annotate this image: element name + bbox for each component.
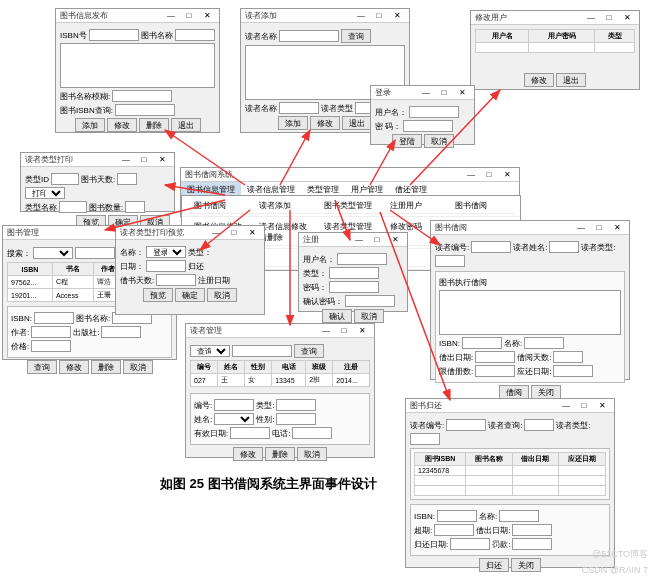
mod-button[interactable]: 修改 (107, 118, 137, 132)
max-button[interactable]: □ (601, 13, 617, 23)
search-button[interactable]: 查询 (294, 344, 324, 358)
search-select[interactable] (33, 247, 73, 259)
confirm-button[interactable]: 确认 (322, 309, 352, 323)
max-button[interactable]: □ (369, 235, 385, 245)
rname-input[interactable] (279, 30, 339, 42)
user-input[interactable] (337, 253, 387, 265)
id-input[interactable] (214, 399, 254, 411)
tname-input[interactable] (59, 201, 87, 213)
pub-input[interactable] (101, 326, 141, 338)
rt-input[interactable] (410, 433, 440, 445)
tel-input[interactable] (292, 427, 332, 439)
days-input[interactable] (553, 351, 583, 363)
fine-input[interactable] (512, 538, 552, 550)
search-button[interactable]: 查询 (341, 29, 371, 43)
close-button[interactable]: ✕ (619, 13, 635, 23)
min-button[interactable]: — (353, 11, 369, 21)
close-button[interactable]: 关闭 (511, 558, 541, 572)
exit-button[interactable]: 退出 (342, 116, 372, 130)
min-button[interactable]: — (583, 13, 599, 23)
close-button[interactable]: 关闭 (531, 385, 561, 399)
isbn-input[interactable] (34, 312, 74, 324)
sub-register[interactable]: 注册用户 (384, 198, 449, 214)
tid-input[interactable] (51, 173, 79, 185)
add-button[interactable]: 添加 (278, 116, 308, 130)
exit-button[interactable]: 退出 (171, 118, 201, 132)
days-input[interactable] (117, 173, 137, 185)
isbn-input[interactable] (437, 510, 477, 522)
min-button[interactable]: — (163, 11, 179, 21)
rtype-input[interactable] (435, 255, 465, 267)
close-button[interactable]: ✕ (354, 326, 370, 336)
close-button[interactable]: ✕ (389, 11, 405, 21)
date-input[interactable] (146, 260, 186, 272)
name-input[interactable] (175, 29, 215, 41)
max-button[interactable]: □ (576, 401, 592, 411)
max-button[interactable]: □ (436, 88, 452, 98)
close-button[interactable]: ✕ (454, 88, 470, 98)
mod-button[interactable]: 修改 (233, 447, 263, 461)
close-button[interactable]: ✕ (387, 235, 403, 245)
s1-input[interactable] (279, 102, 319, 114)
close-button[interactable]: ✕ (609, 223, 625, 233)
rs-input[interactable] (524, 419, 554, 431)
isbn-input[interactable] (462, 337, 502, 349)
type-input[interactable] (276, 399, 316, 411)
close-button[interactable]: ✕ (244, 228, 260, 238)
rid-input[interactable] (446, 419, 486, 431)
days-input[interactable] (156, 274, 196, 286)
days-input[interactable] (434, 524, 474, 536)
min-button[interactable]: — (351, 235, 367, 245)
rid-input[interactable] (471, 241, 511, 253)
limit-input[interactable] (475, 365, 515, 377)
sex-input[interactable] (276, 413, 316, 425)
export-select[interactable]: 打印数据 (25, 187, 65, 199)
borrow-button[interactable]: 借阅 (499, 385, 529, 399)
vdate-input[interactable] (230, 427, 270, 439)
pwd-input[interactable] (403, 120, 453, 132)
min-button[interactable]: — (463, 170, 479, 180)
isbnq-input[interactable] (115, 104, 175, 116)
q-button[interactable]: 查询 (27, 360, 57, 374)
max-button[interactable]: □ (181, 11, 197, 21)
user-input[interactable] (409, 106, 459, 118)
mod-button[interactable]: 修改 (59, 360, 89, 374)
mod-button[interactable]: 修改 (310, 116, 340, 130)
type-input[interactable] (329, 267, 379, 279)
preview-button[interactable]: 预览 (143, 288, 173, 302)
del-button[interactable]: 删除 (265, 447, 295, 461)
min-button[interactable]: — (573, 223, 589, 233)
search-input[interactable] (112, 90, 172, 102)
del-button[interactable]: 删除 (139, 118, 169, 132)
mod-button[interactable]: 修改 (524, 73, 554, 87)
min-button[interactable]: — (208, 228, 224, 238)
max-button[interactable]: □ (481, 170, 497, 180)
cancel-button[interactable]: 取消 (207, 288, 237, 302)
auth-input[interactable] (31, 326, 71, 338)
min-button[interactable]: — (558, 401, 574, 411)
rdate-input[interactable] (553, 365, 593, 377)
exit-button[interactable]: 退出 (556, 73, 586, 87)
max-button[interactable]: □ (591, 223, 607, 233)
search-input[interactable] (232, 345, 292, 357)
min-button[interactable]: — (418, 88, 434, 98)
num-input[interactable] (125, 201, 145, 213)
cancel-button[interactable]: 取消 (354, 309, 384, 323)
min-button[interactable]: — (318, 326, 334, 336)
name-select[interactable] (214, 413, 254, 425)
max-button[interactable]: □ (336, 326, 352, 336)
max-button[interactable]: □ (136, 155, 152, 165)
ok-button[interactable]: 确定 (175, 288, 205, 302)
min-button[interactable]: — (118, 155, 134, 165)
sub-booktype[interactable]: 图书类型管理 (318, 198, 383, 214)
rname-input[interactable] (549, 241, 579, 253)
bdate-input[interactable] (475, 351, 515, 363)
max-button[interactable]: □ (371, 11, 387, 21)
cancel-button[interactable]: 取消 (297, 447, 327, 461)
name-input[interactable] (524, 337, 564, 349)
cancel-button[interactable]: 取消 (123, 360, 153, 374)
close-button[interactable]: ✕ (499, 170, 515, 180)
add-button[interactable]: 添加 (75, 118, 105, 132)
max-button[interactable]: □ (226, 228, 242, 238)
cpwd-input[interactable] (345, 295, 395, 307)
